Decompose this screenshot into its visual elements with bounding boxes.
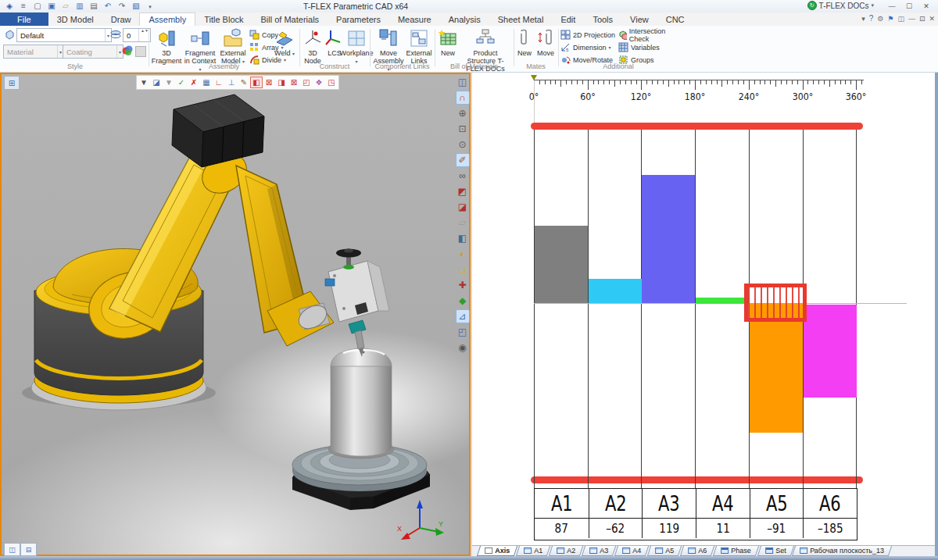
section-off-1-icon[interactable]: ⊠ bbox=[263, 77, 275, 88]
minimize-button[interactable]: — bbox=[883, 1, 900, 12]
view-box-icon[interactable]: ◧ bbox=[456, 231, 470, 245]
tab-view[interactable]: View bbox=[621, 12, 657, 26]
tab-title-block[interactable]: Title Block bbox=[195, 12, 252, 26]
dimension-button[interactable]: 5 Dimension▾ bbox=[560, 41, 615, 53]
perspective-icon[interactable]: ⊿ bbox=[456, 309, 470, 323]
bar-a4[interactable] bbox=[696, 298, 749, 304]
model-windows-icon[interactable]: ◫ bbox=[456, 75, 470, 89]
sketch-icon[interactable]: ✎ bbox=[238, 77, 250, 88]
model-tree-toggle-icon[interactable]: ⊞ bbox=[4, 76, 20, 90]
sheet-tab-a5[interactable]: A5 bbox=[647, 546, 682, 556]
wireframe-cube-icon[interactable]: ◻ bbox=[456, 262, 470, 276]
bar-selection-box[interactable] bbox=[744, 284, 807, 322]
tab-sheet-metal[interactable]: Sheet Metal bbox=[489, 12, 553, 26]
snap-magnet-icon[interactable]: ∩ bbox=[456, 91, 470, 105]
sheet-tab-phase[interactable]: Phase bbox=[713, 546, 759, 556]
bar-a5[interactable] bbox=[750, 303, 803, 433]
maximize-button[interactable]: ☐ bbox=[900, 1, 918, 12]
sheet-tab-рабочая-плоскость-13[interactable]: Рабочая плоскость_13 bbox=[792, 546, 892, 556]
pan-window-icon[interactable]: ◰ bbox=[456, 325, 470, 339]
workplane-button[interactable]: Workplane ▾ bbox=[344, 27, 369, 66]
check-solid-1-icon[interactable]: ◩ bbox=[456, 184, 470, 198]
tab-tools[interactable]: Tools bbox=[584, 12, 621, 26]
bar-a2[interactable] bbox=[589, 279, 642, 303]
zoom-window-icon[interactable]: ⊡ bbox=[456, 122, 470, 136]
facet-view-icon[interactable]: ◆ bbox=[456, 294, 470, 308]
material-combobox[interactable]: Material ▾ bbox=[3, 45, 64, 59]
tab-assembly[interactable]: Assembly bbox=[139, 12, 195, 26]
sheet-tab-a1[interactable]: A1 bbox=[516, 546, 550, 556]
sheet-tab-a2[interactable]: A2 bbox=[549, 546, 583, 556]
filter-apply-icon[interactable]: ✓ bbox=[175, 77, 188, 88]
clip-plane-icon[interactable]: ◰ bbox=[300, 77, 313, 88]
style-preset-combobox[interactable]: Default ▾ bbox=[16, 28, 112, 42]
workpiece-cylinder[interactable] bbox=[328, 348, 394, 458]
doc-minimize-icon[interactable]: — bbox=[908, 15, 915, 23]
variables-button[interactable]: Variables bbox=[618, 41, 678, 53]
layers-icon[interactable] bbox=[109, 28, 122, 41]
flag-icon[interactable]: ⚑ bbox=[887, 15, 893, 23]
robot-tool[interactable] bbox=[325, 249, 389, 358]
external-model-button[interactable]: External Model ▾ bbox=[218, 27, 248, 66]
doc-restore-icon[interactable]: ⊡ bbox=[919, 15, 925, 23]
tab-measure[interactable]: Measure bbox=[389, 12, 440, 26]
settings-gear-icon[interactable]: ⚙ bbox=[877, 15, 883, 23]
shapes-filter-icon[interactable]: ❖ bbox=[313, 77, 325, 88]
doc-close-icon[interactable]: ✕ bbox=[929, 15, 935, 23]
close-button[interactable]: ✕ bbox=[918, 1, 935, 12]
color-sphere-icon[interactable] bbox=[121, 45, 134, 57]
bar-a1[interactable] bbox=[535, 226, 588, 303]
hide-elements-icon[interactable]: ∞ bbox=[456, 169, 470, 183]
coating-combobox[interactable]: Coating ▾ bbox=[63, 45, 124, 59]
sheet-tab-a3[interactable]: A3 bbox=[582, 546, 616, 556]
intersection-check-button[interactable]: Intersection Check bbox=[618, 29, 678, 41]
level-spinner[interactable]: 0 ▲▼ bbox=[123, 28, 151, 42]
workplane-corner-icon[interactable]: ∟ bbox=[213, 77, 225, 88]
page-section-icon[interactable]: ◳ bbox=[325, 77, 338, 88]
camera-icon[interactable]: ◉ bbox=[456, 341, 470, 355]
windows-icon[interactable]: ◫ bbox=[897, 15, 904, 23]
section-view-1-icon[interactable]: ◧ bbox=[250, 77, 263, 88]
split-view-vertical-icon[interactable]: ◫ bbox=[4, 543, 20, 556]
selector-filter-icon[interactable]: ▼ bbox=[138, 77, 150, 88]
bar-a6[interactable] bbox=[804, 305, 857, 398]
sheet-tab-a6[interactable]: A6 bbox=[680, 546, 714, 556]
zoom-extents-icon[interactable]: ⊙ bbox=[456, 137, 470, 152]
tab-edit[interactable]: Edit bbox=[552, 12, 584, 26]
mates-move-button[interactable]: Move bbox=[535, 27, 557, 57]
zoom-in-icon[interactable]: ⊕ bbox=[456, 106, 470, 120]
check-solid-2-icon[interactable]: ◪ bbox=[456, 200, 470, 214]
sheet-tab-axis[interactable]: Axis bbox=[477, 546, 517, 556]
filter-clear-icon[interactable]: ✗ bbox=[188, 77, 200, 88]
2d-projection-button[interactable]: 2D Projection bbox=[560, 29, 615, 41]
external-links-button[interactable]: External Links bbox=[406, 27, 432, 65]
tab-parameters[interactable]: Parameters bbox=[328, 12, 389, 26]
filter-solids-icon[interactable]: ▼ bbox=[163, 77, 175, 88]
section-view-2-icon[interactable]: ◨ bbox=[275, 77, 288, 88]
tab-analysis[interactable]: Analysis bbox=[440, 12, 489, 26]
drawing-pane[interactable] bbox=[472, 73, 935, 545]
axes-icon[interactable]: ⊥ bbox=[225, 77, 238, 88]
workplane-toggle-icon[interactable]: ▱ bbox=[456, 216, 470, 230]
tflex-docs-button[interactable]: ↻ T-FLEX DOCs ▾ bbox=[807, 1, 874, 10]
sheet-tab-a4[interactable]: A4 bbox=[614, 546, 649, 556]
3d-node-button[interactable]: 3D Node bbox=[301, 27, 324, 65]
tab-bill-of-materials[interactable]: Bill of Materials bbox=[252, 12, 328, 26]
shaded-view-icon[interactable]: ◐ bbox=[456, 247, 470, 261]
tab-3d-model[interactable]: 3D Model bbox=[48, 12, 102, 26]
bom-new-button[interactable]: New bbox=[437, 27, 459, 57]
filter-window-icon[interactable]: ◪ bbox=[150, 77, 163, 88]
grid-icon[interactable]: ▦ bbox=[200, 77, 213, 88]
help-icon[interactable]: ? bbox=[869, 14, 874, 23]
sheet-tab-set[interactable]: Set bbox=[757, 546, 794, 556]
mates-new-button[interactable]: New bbox=[515, 27, 534, 57]
color-swatch[interactable] bbox=[135, 46, 146, 57]
tab-file[interactable]: File bbox=[0, 12, 48, 26]
3d-fragment-button[interactable]: 3D Fragment bbox=[151, 27, 182, 65]
measure-icon[interactable]: ✐ bbox=[456, 153, 470, 167]
explode-view-icon[interactable]: ✚ bbox=[456, 278, 470, 292]
toolbar-options-icon[interactable]: ▾ bbox=[861, 15, 865, 23]
bar-a3[interactable] bbox=[642, 175, 695, 303]
tab-cnc[interactable]: CNC bbox=[657, 12, 693, 26]
split-view-horizontal-icon[interactable]: ⊟ bbox=[20, 543, 37, 556]
